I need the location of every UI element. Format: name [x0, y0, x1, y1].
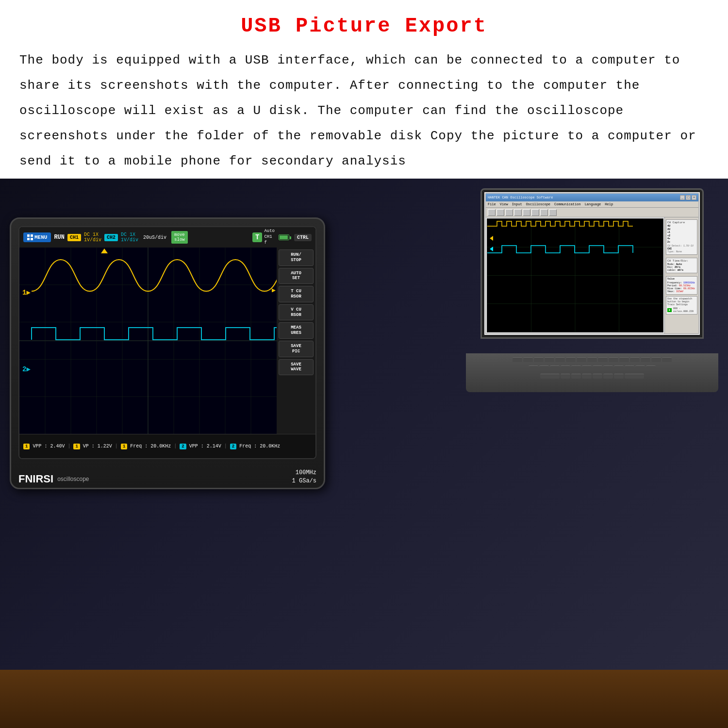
sw-toolbar-btn-5[interactable]	[523, 209, 530, 216]
main-image-area: HANTEK CAN Oscilloscope Software _ □ × F…	[0, 179, 728, 728]
sw-menu-language[interactable]: Language	[585, 202, 601, 206]
key	[582, 365, 592, 370]
key	[561, 374, 570, 379]
status-sep-1: |	[67, 444, 70, 449]
trig-f-label: f	[264, 240, 275, 246]
sw-toolbar-btn-6[interactable]	[531, 209, 539, 216]
status-sep-2: |	[115, 444, 118, 449]
sw-main-chart	[487, 218, 663, 332]
laptop-screen-outer: HANTEK CAN Oscilloscope Software _ □ × F…	[480, 188, 704, 339]
sw-menu-communication[interactable]: Communication	[554, 202, 581, 206]
menu-icon-cell	[31, 238, 33, 240]
sw-menu-file[interactable]: File	[488, 202, 496, 206]
osc-brand: FNIRSI oscilloscope	[18, 473, 89, 485]
osc-move-slow-button[interactable]: moveslow	[171, 231, 188, 244]
sw-status-green: ■	[667, 308, 672, 312]
key	[609, 357, 618, 362]
svg-marker-6	[490, 236, 493, 241]
sw-type-label: Type: None	[667, 250, 696, 253]
key	[651, 357, 661, 362]
status-sep-3: |	[174, 444, 177, 449]
osc-ch2-settings: DC 1X1V/div	[121, 232, 138, 243]
sw-measurements-panel: Value Frequency: 100101Hz Period: 60.515…	[666, 276, 697, 295]
menu-icon-cell	[31, 234, 33, 237]
sw-cable-value: cable: mV/s	[667, 269, 696, 272]
sw-measurements-title: Value	[667, 278, 696, 281]
sw-chart-grid	[487, 219, 663, 332]
menu-icon-cell	[27, 238, 30, 240]
sw-sidebar-group-2: CH Time/Div: Mode: Auto Div: 2V/s cable:…	[666, 258, 697, 273]
osc-run-stop-button[interactable]: RUN/STOP	[279, 249, 314, 266]
osc-save-pic-button[interactable]: SAVEPIC	[279, 341, 314, 357]
key	[614, 365, 624, 370]
sw-close-button[interactable]: ×	[692, 195, 696, 200]
sw-menu-oscilloscope[interactable]: Oscilloscope	[526, 202, 550, 206]
osc-trig-t-button[interactable]: T	[252, 232, 262, 242]
sw-toolbar	[486, 208, 698, 217]
key	[582, 374, 592, 379]
osc-trig-info: T Auto CH1 f	[252, 229, 289, 246]
osc-ctrl-button[interactable]: CTRL	[294, 234, 312, 241]
ch1-badge-text: CH1	[70, 235, 79, 240]
status-sep-4: |	[224, 444, 227, 449]
osc-waveform-area: 1▶ 2▶	[19, 248, 277, 434]
keyboard-keys	[476, 357, 709, 381]
key	[566, 357, 576, 362]
brand-subtitle: oscilloscope	[57, 476, 89, 482]
sw-statusbar: Use the stopwatch button to begin Tracx …	[666, 296, 697, 314]
key	[523, 357, 533, 362]
osc-ch2-badge: CH2	[104, 234, 118, 241]
key	[513, 357, 522, 362]
laptop-keyboard	[466, 353, 718, 392]
software-window: HANTEK CAN Oscilloscope Software _ □ × F…	[485, 193, 699, 334]
osc-auto-set-button[interactable]: AUTOSET	[279, 268, 314, 284]
sw-title-text: HANTEK CAN Oscilloscope Software	[488, 196, 553, 199]
key	[603, 365, 613, 370]
key	[635, 365, 645, 370]
key	[577, 357, 586, 362]
ch2-badge-text: CH2	[107, 235, 116, 240]
sw-sidebar: CH Capture 4U2U+1+24+2+ CH Detect: 1.5V-…	[664, 217, 698, 333]
sw-minimize-button[interactable]: _	[680, 195, 685, 200]
status-freq2-badge: 2	[230, 444, 236, 449]
osc-save-wave-button[interactable]: SAVEWAVE	[279, 359, 314, 376]
status-freq1-badge: 1	[121, 444, 127, 449]
osc-v-cursor-button[interactable]: V CURSOR	[279, 304, 314, 321]
sw-titlebar: HANTEK CAN Oscilloscope Software _ □ ×	[486, 194, 698, 201]
ctrl-label: CTRL	[297, 235, 309, 240]
sw-status-indicators: ■ 000 · xx/xxx.000.220	[667, 307, 696, 313]
sw-content: CH Capture 4U2U+1+24+2+ CH Detect: 1.5V-…	[486, 217, 698, 333]
keyboard-row-2	[476, 365, 709, 372]
osc-menu-button[interactable]: MENU	[23, 232, 51, 242]
sw-menu-view[interactable]: View	[500, 202, 508, 206]
sw-toolbar-btn-2[interactable]	[496, 209, 504, 216]
osc-specs-text: 100MHz1 GSa/s	[292, 469, 316, 485]
sw-toolbar-btn-4[interactable]	[514, 209, 522, 216]
osc-measures-button[interactable]: MEASURES	[279, 322, 314, 339]
sw-menu-help[interactable]: Help	[605, 202, 613, 206]
sw-toolbar-btn-7[interactable]	[540, 209, 548, 216]
keyboard-row-3	[476, 374, 709, 381]
osc-topbar: MENU RUN CH1 DC 1X1V/div CH2 DC 1X1V/div…	[19, 227, 315, 248]
menu-grid-icon	[27, 234, 33, 240]
osc-battery-fill	[280, 235, 288, 239]
key	[539, 365, 549, 370]
sw-menu-input[interactable]: Input	[512, 202, 522, 206]
table-surface	[0, 670, 728, 728]
trig-mode-label: Auto	[264, 229, 275, 234]
sw-maximize-button[interactable]: □	[686, 195, 691, 200]
osc-run-label: RUN	[54, 234, 65, 241]
sw-toolbar-btn-1[interactable]	[488, 209, 496, 216]
key	[641, 357, 650, 362]
sw-toolbar-btn-8[interactable]	[549, 209, 557, 216]
sw-toolbar-btn-3[interactable]	[505, 209, 513, 216]
trig-ch-label: CH1	[264, 234, 275, 240]
key	[571, 365, 581, 370]
status-freq2-text: Freq : 20.0KHz	[239, 444, 280, 449]
status-vp1-text: VP : 1.22V	[83, 444, 112, 449]
status-vpp1-text: VPP : 2.40V	[33, 444, 65, 449]
osc-ch1-badge: CH1	[67, 234, 81, 241]
osc-t-cursor-button[interactable]: T CURSOR	[279, 286, 314, 302]
key	[534, 357, 544, 362]
trig-t-label: T	[255, 233, 259, 241]
